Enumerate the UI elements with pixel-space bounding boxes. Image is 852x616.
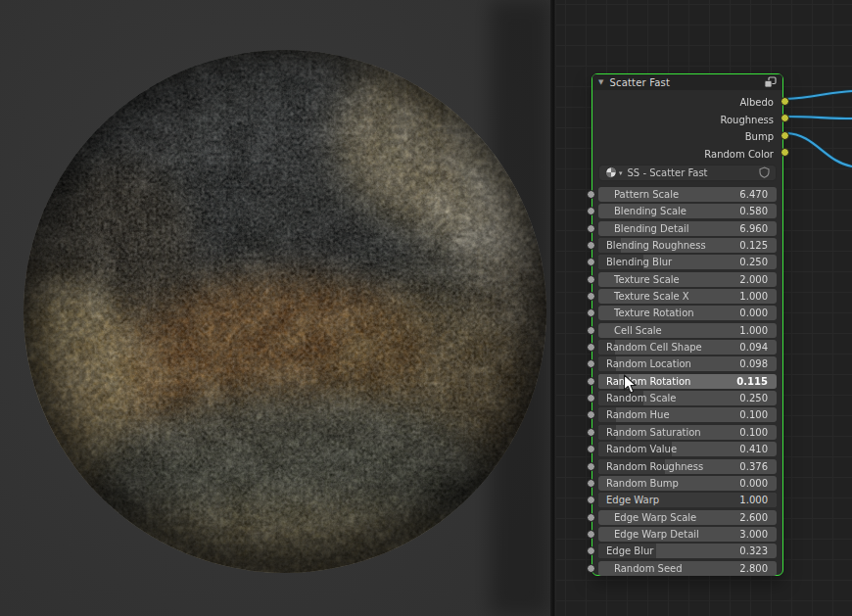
param-row-cell-scale[interactable]: Cell Scale1.000 (598, 323, 777, 338)
param-value: 0.000 (739, 476, 768, 491)
shield-fake-user-icon[interactable] (759, 164, 770, 182)
param-label: Texture Rotation (614, 306, 694, 320)
param-row-random-rotation[interactable]: Random Rotation0.115 (598, 374, 777, 389)
output-row-random-color: Random Color (592, 144, 782, 162)
output-label: Random Color (704, 149, 774, 160)
param-label: Random Roughness (606, 459, 703, 474)
input-socket[interactable] (587, 359, 595, 368)
param-value: 1.000 (739, 323, 768, 338)
input-socket[interactable] (587, 479, 595, 488)
wire-albedo (786, 91, 852, 99)
param-row-texture-scale[interactable]: Texture Scale2.000 (598, 272, 777, 287)
param-row-blending-roughness[interactable]: Blending Roughness0.125 (598, 238, 777, 253)
param-value: 0.376 (739, 459, 768, 474)
param-row-edge-warp-scale[interactable]: Edge Warp Scale2.600 (598, 510, 777, 525)
param-value: 0.000 (739, 306, 768, 320)
output-socket-albedo[interactable] (781, 97, 789, 106)
input-socket[interactable] (587, 377, 595, 386)
input-socket[interactable] (587, 241, 595, 250)
input-socket[interactable] (587, 275, 595, 284)
param-value: 2.000 (739, 272, 768, 287)
param-value: 2.800 (739, 561, 768, 576)
param-label: Blending Detail (614, 221, 689, 236)
param-row-blending-blur[interactable]: Blending Blur0.250 (598, 255, 777, 269)
param-row-random-cell-shape[interactable]: Random Cell Shape0.094 (598, 340, 777, 355)
output-row-albedo: Albedo (592, 92, 782, 110)
param-value: 1.000 (739, 289, 768, 304)
param-row-random-location[interactable]: Random Location0.098 (598, 356, 777, 371)
param-label: Random Cell Shape (606, 340, 702, 355)
input-socket[interactable] (587, 546, 595, 555)
output-socket-bump[interactable] (781, 131, 789, 140)
param-value: 0.125 (739, 238, 768, 253)
input-socket[interactable] (587, 462, 595, 471)
param-row-edge-warp[interactable]: Edge Warp1.000 (598, 493, 777, 507)
input-socket[interactable] (587, 496, 595, 504)
output-socket-random-color[interactable] (781, 148, 789, 157)
param-label: Random Seed (614, 561, 683, 576)
input-socket[interactable] (587, 207, 595, 215)
param-label: Blending Roughness (606, 238, 706, 253)
param-label: Blending Scale (614, 204, 686, 218)
param-value: 3.000 (739, 527, 768, 542)
param-label: Edge Warp Scale (614, 510, 696, 525)
param-label: Cell Scale (614, 323, 662, 338)
param-row-edge-warp-detail[interactable]: Edge Warp Detail3.000 (598, 527, 777, 542)
param-label: Edge Blur (606, 544, 653, 558)
param-label: Edge Warp (606, 493, 659, 507)
param-row-random-bump[interactable]: Random Bump0.000 (598, 476, 777, 491)
param-row-random-roughness[interactable]: Random Roughness0.376 (598, 459, 777, 474)
shader-node-editor[interactable]: ▼ Scatter Fast Albedo Roughness (556, 0, 852, 616)
node-group-selector[interactable]: ▾ SS - Scatter Fast (598, 165, 777, 181)
param-label: Random Location (606, 356, 691, 371)
input-socket[interactable] (587, 394, 595, 403)
node-parameters: Pattern Scale6.470 Blending Scale0.580 B… (598, 187, 777, 576)
param-row-random-hue[interactable]: Random Hue0.100 (598, 407, 777, 422)
node-header[interactable]: ▼ Scatter Fast (592, 74, 782, 90)
param-value: 0.100 (739, 407, 768, 422)
param-label: Texture Scale X (614, 289, 689, 304)
input-socket[interactable] (587, 308, 595, 317)
chevron-down-icon: ▾ (619, 169, 623, 177)
param-row-blending-scale[interactable]: Blending Scale0.580 (598, 204, 777, 218)
scatter-fast-node[interactable]: ▼ Scatter Fast Albedo Roughness (592, 73, 783, 576)
input-socket[interactable] (587, 513, 595, 522)
output-label: Roughness (720, 115, 774, 125)
param-label: Texture Scale (614, 272, 680, 287)
node-outputs: Albedo Roughness Bump Random Color (592, 92, 782, 161)
param-row-edge-blur[interactable]: Edge Blur0.323 (598, 544, 777, 558)
param-label: Random Value (606, 442, 677, 456)
param-label: Blending Blur (606, 255, 672, 269)
param-row-pattern-scale[interactable]: Pattern Scale6.470 (598, 187, 777, 202)
param-label: Random Rotation (606, 374, 690, 389)
input-socket[interactable] (587, 292, 595, 301)
input-socket[interactable] (587, 258, 595, 266)
param-value: 0.100 (739, 425, 768, 440)
param-row-random-value[interactable]: Random Value0.410 (598, 442, 777, 456)
input-socket[interactable] (587, 190, 595, 199)
input-socket[interactable] (587, 530, 595, 539)
output-row-bump: Bump (592, 126, 782, 144)
input-socket[interactable] (587, 224, 595, 233)
param-row-random-seed[interactable]: Random Seed2.800 (598, 561, 777, 576)
input-socket[interactable] (587, 410, 595, 419)
collapse-triangle-icon[interactable]: ▼ (598, 74, 603, 90)
input-socket[interactable] (587, 564, 595, 573)
input-socket[interactable] (587, 445, 595, 453)
input-socket[interactable] (587, 326, 595, 335)
param-row-texture-rotation[interactable]: Texture Rotation0.000 (598, 306, 777, 320)
node-title: Scatter Fast (609, 77, 764, 88)
param-row-texture-scale-x[interactable]: Texture Scale X1.000 (598, 289, 777, 304)
blender-window: ▼ Scatter Fast Albedo Roughness (0, 0, 852, 616)
param-row-random-scale[interactable]: Random Scale0.250 (598, 391, 777, 405)
param-value: 6.470 (739, 187, 768, 202)
input-socket[interactable] (587, 428, 595, 437)
3d-viewport[interactable] (0, 0, 550, 616)
input-socket[interactable] (587, 343, 595, 352)
output-socket-roughness[interactable] (781, 114, 789, 122)
param-row-blending-detail[interactable]: Blending Detail6.960 (598, 221, 777, 236)
param-label: Edge Warp Detail (614, 527, 699, 542)
param-value: 2.600 (739, 510, 768, 525)
node-group-icon (764, 73, 777, 92)
param-row-random-saturation[interactable]: Random Saturation0.100 (598, 425, 777, 440)
